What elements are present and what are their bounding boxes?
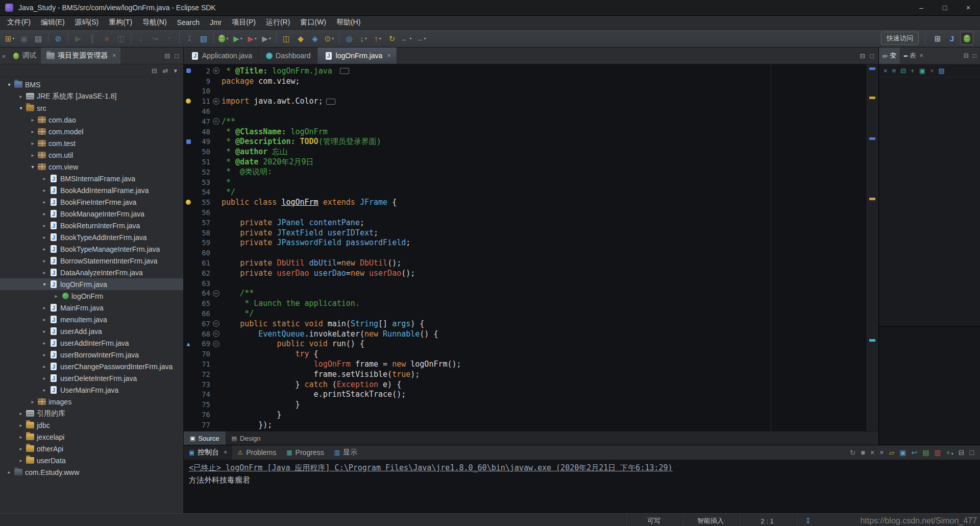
tree-arrow-icon[interactable]: ▸	[17, 434, 25, 440]
tree-item[interactable]: ▸userBorrowInterFrm.java	[0, 349, 183, 361]
word-wrap-button[interactable]: ↩	[911, 448, 917, 457]
collapse-all-button[interactable]: ⊟	[152, 67, 157, 75]
tree-arrow-icon[interactable]: ▸	[17, 411, 25, 416]
show-type-names-button[interactable]: ×	[884, 67, 888, 75]
step-return-button[interactable]: ↑	[162, 32, 177, 45]
tree-item[interactable]: ▸BookManageInterFrm.java	[0, 208, 183, 220]
back-button[interactable]: ←▾	[399, 32, 413, 45]
tab-project-explorer[interactable]: 项目资源管理器×	[41, 47, 120, 64]
menu-item-4[interactable]: 导航(N)	[137, 16, 172, 29]
debug-button[interactable]: ▾	[216, 32, 231, 45]
tree-arrow-icon[interactable]: ▸	[40, 187, 48, 193]
java-perspective-button[interactable]: J	[946, 32, 958, 44]
tree-item[interactable]: ▸BookTypeAddInterFrm.java	[0, 231, 183, 243]
maximize-view-button[interactable]: □	[175, 52, 179, 60]
step-over-button[interactable]: ↪	[148, 32, 162, 45]
code-line[interactable]: ▲69− public void run() {	[184, 339, 867, 349]
tree-arrow-icon[interactable]: ▸	[40, 375, 48, 381]
menu-item-6[interactable]: Jmr	[205, 16, 227, 29]
tree-arrow-icon[interactable]: ▸	[40, 305, 48, 310]
minimize-editor-button[interactable]: ⊟	[860, 52, 865, 60]
code-line[interactable]: 64− /**	[184, 289, 867, 299]
console-tab-Progress[interactable]: ▦Progress	[281, 445, 329, 460]
tree-arrow-icon[interactable]: ▸	[40, 340, 48, 346]
code-line[interactable]: 54 */	[184, 187, 867, 198]
code-line[interactable]: 10	[184, 86, 867, 97]
coverage-button[interactable]: ▶▾	[245, 32, 259, 45]
code-line[interactable]: 68− EventQueue.invokeLater(new Runnable(…	[184, 329, 867, 339]
overview-marker[interactable]	[869, 137, 875, 140]
fold-toggle-icon[interactable]: −	[213, 330, 219, 337]
tree-arrow-icon[interactable]: ▾	[29, 164, 37, 170]
code-line[interactable]: 11+import java.awt.Color;	[184, 96, 867, 106]
code-line[interactable]: 49 * @Description: TODO(管理员登录界面)	[184, 137, 867, 147]
run-button[interactable]: ▶▾	[231, 32, 245, 45]
menu-item-1[interactable]: 编辑(E)	[36, 16, 70, 29]
fold-toggle-icon[interactable]: −	[213, 341, 219, 347]
disconnect-button[interactable]: ◫	[114, 32, 128, 45]
code-line[interactable]: 57 private JPanel contentPane;	[184, 218, 867, 228]
tree-arrow-icon[interactable]: ▾	[17, 105, 25, 111]
terminate-button[interactable]: ■	[100, 32, 114, 45]
code-line[interactable]: 66 */	[184, 308, 867, 319]
maximize-button[interactable]: □	[933, 0, 957, 15]
last-edit-location-button[interactable]: ↻	[385, 32, 399, 45]
collapsed-region-icon[interactable]	[326, 99, 335, 105]
use-step-filters-button[interactable]: ▧	[197, 32, 211, 45]
view-menu-button[interactable]: ▾	[174, 67, 177, 75]
tree-item[interactable]: ▸com.Estudy.www	[0, 466, 183, 478]
save-button[interactable]: ▣	[17, 32, 31, 45]
console-tab-控制台[interactable]: ▣控制台×	[184, 445, 232, 460]
tree-arrow-icon[interactable]: ▸	[40, 270, 48, 275]
step-into-button[interactable]: ↓	[134, 32, 148, 45]
scroll-lock-button[interactable]: ▣	[899, 448, 906, 457]
suspend-button[interactable]: ║	[85, 32, 100, 45]
tree-arrow-icon[interactable]: ▸	[40, 234, 48, 240]
tree-item[interactable]: ▸com.util	[0, 149, 183, 161]
menu-item-8[interactable]: 运行(R)	[261, 16, 295, 29]
tree-arrow-icon[interactable]: ▸	[40, 317, 48, 322]
tree-arrow-icon[interactable]: ▸	[17, 458, 25, 463]
generate-javadoc-button[interactable]: ◈	[308, 32, 322, 45]
close-button[interactable]: ×	[957, 0, 980, 15]
tree-item[interactable]: ▸引用的库	[0, 408, 183, 419]
tab-source[interactable]: ▣Source	[184, 432, 226, 445]
tree-item[interactable]: ▸BorrowStatementInterFrm.java	[0, 255, 183, 267]
code-line[interactable]: 65 * Launch the application.	[184, 298, 867, 308]
tree-arrow-icon[interactable]: ▸	[40, 176, 48, 181]
code-line[interactable]: 61 private DbUtil dbUtil=new DbUtil();	[184, 258, 867, 268]
tree-arrow-icon[interactable]: ▸	[29, 117, 37, 123]
code-editor[interactable]: 2+ * @Title: logOnFrm.java 9package com.…	[184, 64, 867, 431]
code-line[interactable]: 55public class logOnFrm extends JFrame {	[184, 197, 867, 207]
maximize-panel-button[interactable]: □	[973, 52, 976, 59]
overview-marker[interactable]	[869, 198, 875, 200]
new-wizard-button[interactable]: ⊞▾	[3, 32, 17, 45]
tab-debug[interactable]: 调试	[8, 47, 41, 64]
menu-item-10[interactable]: 帮助(H)	[331, 16, 365, 29]
code-line[interactable]: 63	[184, 278, 867, 289]
tree-item[interactable]: ▸jexcelapi	[0, 431, 183, 443]
code-line[interactable]: 52 * @类说明:	[184, 167, 867, 177]
previous-annotation-button[interactable]: ↑▾	[371, 32, 385, 45]
tree-item[interactable]: ▸BookTypeManageInterFrm.java	[0, 243, 183, 255]
tree-item[interactable]: ▸userDeleteInterFrm.java	[0, 372, 183, 384]
fold-toggle-icon[interactable]: +	[213, 98, 219, 105]
tree-arrow-icon[interactable]: ▸	[40, 352, 48, 357]
code-line[interactable]: 53 *	[184, 177, 867, 187]
tree-arrow-icon[interactable]: ▸	[40, 387, 48, 393]
resume-button[interactable]: ▶	[71, 32, 85, 45]
tree-item[interactable]: ▸images	[0, 396, 183, 408]
close-icon[interactable]: ×	[112, 52, 116, 59]
external-tools-button[interactable]: ▶▾	[259, 32, 274, 45]
drop-to-frame-button[interactable]: ↧	[182, 32, 197, 45]
search-button[interactable]: ⊙▾	[322, 32, 336, 45]
menu-item-5[interactable]: Search	[172, 16, 205, 29]
code-line[interactable]: 73 } catch (Exception e) {	[184, 379, 867, 390]
open-perspective-button[interactable]: ⊞	[932, 32, 944, 44]
tab-design[interactable]: ▤Design	[226, 432, 267, 445]
new-java-project-button[interactable]: ◫	[279, 32, 293, 45]
menu-item-7[interactable]: 项目(P)	[227, 16, 261, 29]
fold-toggle-icon[interactable]: −	[213, 118, 219, 125]
overview-marker[interactable]	[869, 339, 875, 342]
skip-all-breakpoints-button[interactable]: ⊘	[51, 32, 65, 45]
